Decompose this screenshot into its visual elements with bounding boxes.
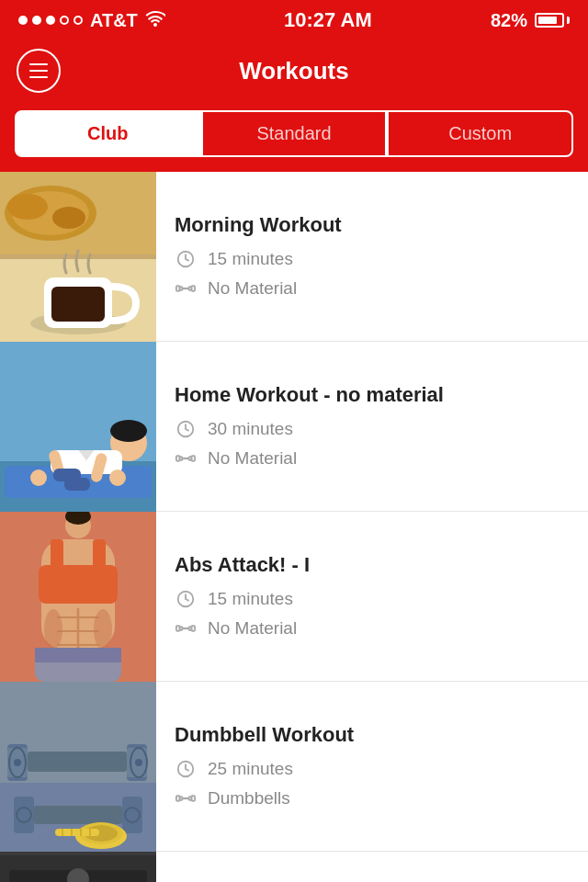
signal-dot-2	[32, 16, 41, 25]
clock-icon-home	[175, 418, 197, 440]
tab-custom[interactable]: Custom	[387, 110, 573, 157]
material-row-home: No Material	[175, 447, 570, 469]
equipment-icon-dumbbell	[175, 787, 197, 809]
svg-point-65	[14, 759, 21, 766]
battery-icon	[535, 13, 570, 28]
svg-rect-31	[180, 457, 183, 460]
workout-name-morning: Morning Workout	[175, 213, 570, 237]
signal-dots	[18, 16, 83, 25]
workout-meta-morning: 15 minutes No Material	[175, 248, 570, 300]
clock: 10:27 AM	[284, 8, 372, 32]
home-thumb-image	[0, 342, 156, 512]
svg-rect-13	[180, 287, 183, 290]
workout-thumb-gym	[0, 852, 156, 882]
duration-label-dumbbell: 25 minutes	[208, 759, 293, 779]
tab-standard[interactable]: Standard	[201, 110, 388, 157]
battery-percent: 82%	[491, 10, 527, 31]
svg-rect-75	[55, 829, 99, 836]
gym-thumb-image	[0, 852, 156, 882]
material-label-abs: No Material	[208, 618, 297, 639]
workout-info-gym: Gym Workout	[156, 852, 588, 882]
status-bar: AT&T 10:27 AM 82%	[0, 0, 588, 40]
morning-thumb-image	[0, 172, 156, 342]
svg-point-24	[30, 469, 47, 486]
svg-point-66	[135, 759, 142, 766]
svg-rect-97	[0, 852, 156, 855]
status-left: AT&T	[18, 10, 165, 31]
svg-rect-39	[93, 539, 106, 569]
svg-rect-53	[180, 627, 183, 630]
svg-point-44	[44, 609, 62, 650]
svg-rect-9	[51, 287, 105, 322]
abs-thumb-image	[0, 512, 156, 682]
material-label-morning: No Material	[208, 278, 297, 299]
workout-info-home: Home Workout - no material 30 minutes	[156, 342, 588, 511]
clock-icon	[175, 248, 197, 270]
signal-dot-3	[46, 16, 55, 25]
workout-meta-dumbbell: 25 minutes Dumbbells	[175, 758, 570, 809]
svg-rect-83	[180, 797, 183, 800]
clock-icon-abs	[175, 588, 197, 610]
svg-rect-14	[189, 287, 192, 290]
app-header: Workouts	[0, 40, 588, 101]
workout-name-home: Home Workout - no material	[175, 383, 570, 407]
workout-name-abs: Abs Attack! - I	[175, 553, 570, 577]
equipment-icon-home	[175, 447, 197, 469]
workout-item-gym[interactable]: Gym Workout	[0, 852, 588, 882]
material-label-dumbbell: Dumbbells	[208, 788, 290, 808]
dumbbell-thumb-image	[0, 682, 156, 852]
material-row-morning: No Material	[175, 277, 570, 300]
svg-rect-47	[35, 648, 121, 662]
workout-thumb-morning	[0, 172, 156, 342]
workout-meta-abs: 15 minutes No Material	[175, 588, 570, 639]
duration-label-abs: 15 minutes	[208, 589, 293, 609]
equipment-icon-abs	[175, 617, 197, 639]
equipment-icon	[175, 277, 197, 300]
workout-thumb-home	[0, 342, 156, 512]
duration-label-home: 30 minutes	[208, 419, 293, 439]
workout-info-dumbbell: Dumbbell Workout 25 minutes	[156, 682, 588, 851]
workout-info-abs: Abs Attack! - I 15 minutes	[156, 512, 588, 681]
svg-rect-38	[51, 539, 63, 569]
workout-item-dumbbell[interactable]: Dumbbell Workout 25 minutes	[0, 682, 588, 852]
svg-rect-27	[64, 478, 90, 491]
svg-rect-60	[28, 752, 127, 772]
tab-club[interactable]: Club	[15, 110, 201, 157]
svg-point-25	[109, 469, 126, 486]
duration-row-morning: 15 minutes	[175, 248, 570, 270]
workout-item-abs[interactable]: Abs Attack! - I 15 minutes	[0, 512, 588, 682]
duration-row-home: 30 minutes	[175, 418, 570, 440]
menu-button[interactable]	[17, 49, 61, 93]
duration-row-abs: 15 minutes	[175, 588, 570, 610]
duration-row-dumbbell: 25 minutes	[175, 758, 570, 780]
workout-thumb-dumbbell	[0, 682, 156, 852]
clock-icon-dumbbell	[175, 758, 197, 780]
status-right: 82%	[491, 10, 570, 31]
svg-rect-68	[34, 806, 122, 824]
svg-point-5	[52, 207, 85, 229]
svg-point-45	[94, 609, 112, 650]
workout-meta-home: 30 minutes No Material	[175, 418, 570, 469]
svg-point-4	[7, 194, 48, 220]
material-row-dumbbell: Dumbbells	[175, 787, 570, 809]
hamburger-icon	[29, 63, 48, 78]
svg-rect-84	[189, 797, 192, 800]
material-row-abs: No Material	[175, 617, 570, 639]
workout-item-morning[interactable]: Morning Workout 15 minutes	[0, 172, 588, 342]
material-label-home: No Material	[208, 448, 297, 469]
wifi-icon	[145, 10, 165, 31]
svg-rect-32	[189, 457, 192, 460]
workout-name-dumbbell: Dumbbell Workout	[175, 723, 570, 747]
workout-list: Morning Workout 15 minutes	[0, 172, 588, 882]
page-title: Workouts	[239, 57, 348, 85]
duration-label-morning: 15 minutes	[208, 249, 293, 269]
signal-dot-1	[18, 16, 28, 25]
signal-dot-5	[74, 16, 83, 25]
workout-info-morning: Morning Workout 15 minutes	[156, 172, 588, 341]
svg-point-20	[110, 420, 147, 442]
signal-dot-4	[60, 16, 69, 25]
carrier-label: AT&T	[90, 10, 138, 31]
tab-bar: Club Standard Custom	[0, 101, 588, 172]
workout-item-home[interactable]: Home Workout - no material 30 minutes	[0, 342, 588, 512]
svg-rect-37	[39, 565, 118, 604]
